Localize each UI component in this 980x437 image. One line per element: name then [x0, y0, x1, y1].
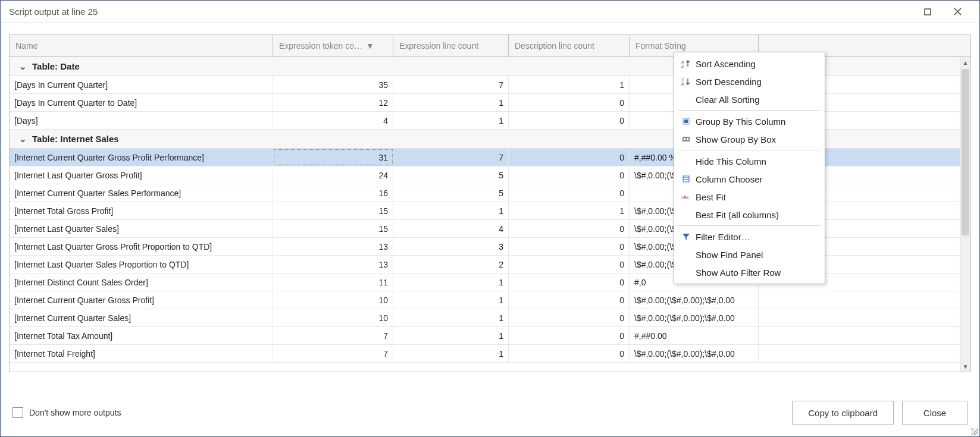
svg-rect-7 [682, 137, 690, 142]
cell-format-string: \$#,0.00;(\$#,0.00);\$#,0.00 [630, 345, 759, 362]
menu-item[interactable]: Column Chooser [674, 170, 825, 188]
menu-separator [678, 150, 821, 150]
close-button[interactable]: Close [902, 401, 968, 425]
chevron-down-icon: ⌄ [19, 61, 26, 72]
menu-item-label: Filter Editor… [696, 232, 750, 242]
cell-line-count: 3 [393, 238, 509, 255]
cell-name: [Internet Current Quarter Gross Profit P… [10, 149, 273, 166]
close-window-button[interactable] [944, 4, 971, 20]
cell-line-count: 7 [393, 76, 509, 93]
table-row[interactable]: [Internet Total Tax Amount]710#,##0.00 [10, 327, 960, 345]
cell-empty [759, 291, 960, 309]
cell-name: [Internet Last Quarter Sales] [10, 220, 273, 237]
menu-item-label: Show Group By Box [696, 134, 776, 144]
sort-desc-icon: ZA [679, 77, 693, 86]
chooser-icon [679, 175, 693, 183]
cell-name: [Days In Current Quarter] [10, 76, 273, 93]
cell-token-count: 16 [273, 184, 393, 202]
scroll-down-icon[interactable]: ▼ [960, 361, 970, 372]
cell-token-count: 7 [273, 327, 393, 344]
chevron-down-icon: ⌄ [19, 134, 26, 144]
scrollbar-track[interactable] [960, 68, 970, 361]
svg-rect-8 [684, 138, 685, 140]
menu-item[interactable]: Show Find Panel [674, 246, 825, 263]
menu-item-label: Best Fit (all columns) [696, 210, 779, 220]
menu-item[interactable]: Hide This Column [674, 152, 825, 170]
cell-name: [Internet Total Gross Profit] [10, 202, 273, 219]
close-icon [954, 8, 962, 15]
menu-item[interactable]: Filter Editor… [674, 228, 825, 246]
column-header-token-count[interactable]: Expression token co… ▼ [273, 35, 393, 56]
dont-show-checkbox[interactable] [12, 407, 23, 418]
cell-token-count: 15 [273, 220, 393, 237]
cell-token-count: 12 [273, 94, 393, 111]
cell-description-line-count: 1 [509, 76, 630, 93]
cell-line-count: 1 [393, 309, 509, 326]
cell-token-count: 10 [273, 309, 393, 326]
table-row[interactable]: [Internet Total Freight]710\$#,0.00;(\$#… [10, 345, 960, 363]
sort-descending-icon: ▼ [366, 41, 374, 51]
menu-item[interactable]: ›A‹Best Fit [674, 188, 825, 206]
cell-description-line-count: 0 [509, 184, 630, 202]
vertical-scrollbar[interactable]: ▲ ▼ [960, 57, 970, 372]
group-icon [679, 117, 693, 125]
grid-header: Name Expression token co… ▼ Expression l… [10, 35, 970, 57]
cell-description-line-count: 0 [509, 94, 630, 111]
filter-icon [679, 232, 693, 241]
cell-token-count: 15 [273, 202, 393, 219]
cell-line-count: 1 [393, 345, 509, 362]
svg-rect-0 [925, 9, 931, 15]
cell-description-line-count: 0 [509, 220, 630, 237]
cell-name: [Internet Total Freight] [10, 345, 273, 362]
cell-line-count: 5 [393, 184, 509, 202]
cell-token-count: 13 [273, 238, 393, 255]
resize-grip[interactable] [971, 428, 978, 435]
menu-item[interactable]: Group By This Column [674, 112, 825, 130]
title-bar: Script output at line 25 [1, 1, 979, 23]
scroll-up-icon[interactable]: ▲ [960, 57, 970, 68]
copy-to-clipboard-button[interactable]: Copy to clipboard [792, 401, 894, 425]
cell-name: [Internet Distinct Count Sales Order] [10, 273, 273, 291]
cell-line-count: 1 [393, 273, 509, 291]
svg-text:A: A [681, 60, 684, 64]
cell-empty [759, 309, 960, 326]
cell-description-line-count: 0 [509, 238, 630, 255]
svg-rect-9 [687, 138, 688, 140]
cell-line-count: 1 [393, 94, 509, 111]
menu-separator [678, 225, 821, 226]
cell-line-count: 2 [393, 256, 509, 273]
menu-item[interactable]: Best Fit (all columns) [674, 206, 825, 224]
menu-item[interactable]: Show Auto Filter Row [674, 263, 825, 281]
cell-name: [Internet Current Quarter Sales] [10, 309, 273, 326]
column-header-name[interactable]: Name [10, 35, 273, 56]
cell-description-line-count: 0 [509, 273, 630, 291]
menu-separator [678, 110, 821, 111]
dialog-footer: Don't show more outputs Copy to clipboar… [1, 389, 979, 436]
sort-asc-icon: AZ [679, 59, 693, 68]
cell-line-count: 1 [393, 327, 509, 344]
svg-rect-10 [683, 176, 689, 182]
grid-body: ⌄Table: Date[Days In Current Quarter]357… [10, 57, 970, 372]
menu-item-label: Group By This Column [696, 117, 785, 127]
menu-item[interactable]: ZASort Descending [674, 73, 825, 90]
menu-item-label: Column Chooser [696, 174, 763, 184]
menu-item-label: Sort Descending [696, 77, 762, 87]
cell-description-line-count: 0 [509, 112, 630, 129]
cell-line-count: 1 [393, 202, 509, 219]
scrollbar-thumb[interactable] [962, 69, 969, 235]
menu-item[interactable]: AZSort Ascending [674, 55, 825, 73]
menu-item-label: Sort Ascending [696, 59, 756, 69]
menu-item[interactable]: Show Group By Box [674, 130, 825, 148]
column-header-description-line-count[interactable]: Description line count [509, 35, 630, 56]
svg-text:Z: Z [681, 78, 684, 82]
menu-item[interactable]: Clear All Sorting [674, 90, 825, 108]
table-row[interactable]: [Internet Current Quarter Gross Profit]1… [10, 291, 960, 309]
column-header-line-count[interactable]: Expression line count [393, 35, 509, 56]
cell-token-count: 31 [273, 149, 393, 166]
cell-line-count: 5 [393, 166, 509, 184]
cell-line-count: 4 [393, 220, 509, 237]
table-row[interactable]: [Internet Current Quarter Sales]1010\$#,… [10, 309, 960, 327]
cell-token-count: 10 [273, 291, 393, 309]
cell-format-string: \$#,0.00;(\$#,0.00);\$#,0.00 [630, 291, 759, 309]
maximize-button[interactable] [914, 4, 941, 20]
